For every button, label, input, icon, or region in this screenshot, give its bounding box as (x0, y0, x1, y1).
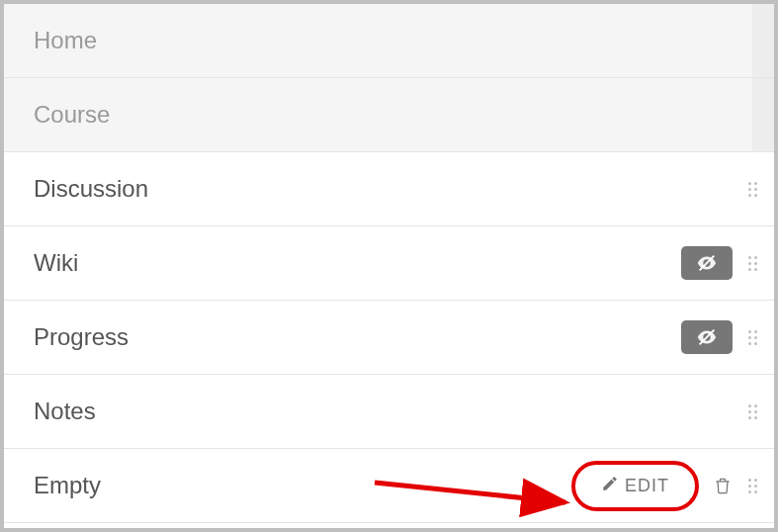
nav-row: Home (4, 4, 774, 78)
nav-row-label: Home (34, 27, 97, 54)
nav-row: Notes (4, 375, 774, 449)
nav-row-actions (681, 246, 758, 280)
nav-item-list: HomeCourseDiscussionWikiProgressNotesEmp… (4, 4, 774, 523)
drag-handle-icon[interactable] (746, 256, 758, 271)
nav-row-actions (681, 320, 758, 354)
nav-row: Wiki (4, 226, 774, 301)
nav-row-label: Notes (34, 398, 96, 425)
nav-row-label: Discussion (34, 175, 148, 203)
visibility-hidden-badge[interactable] (681, 320, 733, 354)
edit-button[interactable]: EDIT (587, 469, 683, 503)
visibility-hidden-badge[interactable] (681, 246, 733, 280)
drag-handle-icon[interactable] (746, 330, 758, 345)
pencil-icon (601, 475, 619, 497)
nav-row-actions: EDIT (571, 461, 758, 511)
nav-row: Discussion (4, 152, 774, 226)
drag-handle-icon[interactable] (746, 182, 758, 197)
drag-handle-icon[interactable] (746, 404, 758, 419)
drag-handle-icon[interactable] (746, 479, 758, 493)
nav-row-label: Progress (34, 323, 129, 351)
nav-row: Course (4, 78, 774, 152)
edit-button-label: EDIT (625, 476, 669, 496)
nav-row-label: Course (34, 101, 110, 129)
nav-row: Progress (4, 301, 774, 375)
edit-button-highlight: EDIT (571, 461, 699, 511)
nav-row-label: Empty (34, 472, 101, 499)
nav-row-actions (746, 404, 758, 419)
nav-row-label: Wiki (34, 249, 78, 277)
nav-row-actions (746, 182, 758, 197)
nav-row: EmptyEDIT (4, 449, 774, 523)
delete-button[interactable] (713, 476, 733, 495)
